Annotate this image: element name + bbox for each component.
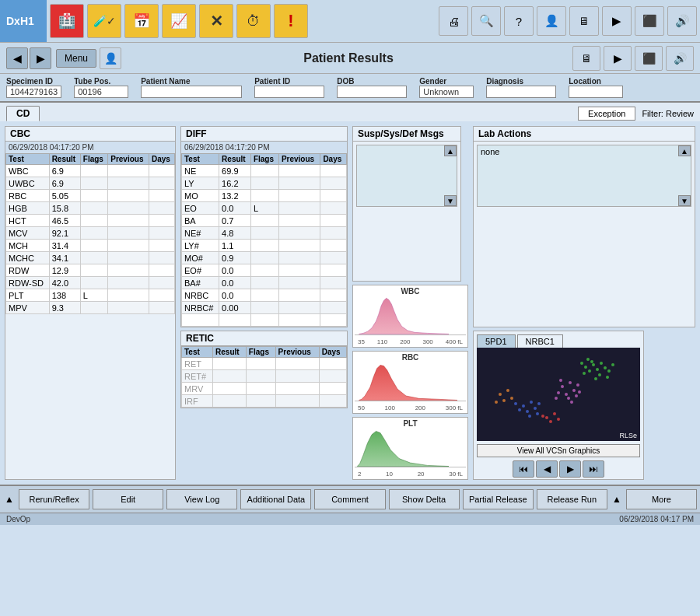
svg-point-28 — [570, 401, 573, 404]
additional-data-btn[interactable]: Additional Data — [240, 489, 311, 509]
gauge-toolbar-btn[interactable]: ⏱ — [236, 4, 271, 38]
view-log-btn[interactable]: View Log — [166, 489, 237, 509]
diff-row: LY16.2 — [182, 177, 347, 190]
susp-scroll-down[interactable]: ▼ — [444, 195, 457, 206]
svg-point-5 — [592, 363, 595, 366]
gender-field: Gender Unknown — [419, 77, 474, 98]
diff-row: NE69.9 — [182, 165, 347, 177]
cbc-table: Test Result Flags Previous Days WBC6.9UW… — [5, 153, 175, 314]
volume-btn[interactable]: 🔊 — [667, 6, 697, 36]
rbc-chart-area — [355, 362, 466, 404]
comment-btn[interactable]: Comment — [314, 489, 385, 509]
diff-title: DIFF — [181, 127, 347, 142]
exception-btn[interactable]: Exception — [578, 107, 635, 121]
user-btn[interactable]: 👤 — [537, 6, 566, 36]
play2-btn[interactable]: ▶ — [604, 46, 632, 71]
wbc-chart-area — [355, 296, 466, 338]
vcs-last-btn[interactable]: ⏭ — [583, 460, 604, 478]
susp-scroll-up[interactable]: ▲ — [444, 145, 457, 156]
release-run-btn[interactable]: Release Run — [537, 489, 607, 509]
play-btn[interactable]: ▶ — [602, 6, 632, 36]
rerun-reflex-btn[interactable]: Rerun/Reflex — [19, 489, 89, 509]
help-btn[interactable]: ? — [504, 6, 534, 36]
svg-point-21 — [565, 393, 568, 396]
diff-col-test: Test — [182, 154, 219, 165]
volume2-btn[interactable]: 🔊 — [666, 46, 694, 71]
diff-panel: DIFF 06/29/2018 04:17:20 PM Test Result … — [180, 126, 348, 327]
lab-scroll-up[interactable]: ▲ — [678, 145, 691, 156]
location-value — [569, 86, 623, 98]
toolbar-icons: 🏥 🧪✓ 📅 📈 ✕ ⏱ ! — [47, 1, 436, 41]
bottom-up-arrow-right[interactable]: ▲ — [609, 488, 625, 511]
svg-point-32 — [530, 401, 533, 404]
show-delta-btn[interactable]: Show Delta — [389, 489, 460, 509]
top-toolbar: DxH1 🏥 🧪✓ 📅 📈 ✕ ⏱ ! 🖨 🔍 ? 👤 🖥 ▶ ⬛ 🔊 — [0, 0, 700, 43]
stop2-btn[interactable]: ⬛ — [635, 46, 663, 71]
chart-toolbar-btn[interactable]: 📈 — [162, 4, 196, 38]
lab-actions-value: none — [478, 145, 691, 158]
view-all-vcs-btn[interactable]: View All VCSn Graphics — [477, 444, 640, 457]
diff-row: EO#0.0 — [182, 264, 347, 277]
alert-toolbar-btn[interactable]: ! — [274, 4, 308, 38]
search-btn[interactable]: 🔍 — [471, 6, 501, 36]
forward-btn[interactable]: ▶ — [30, 47, 51, 69]
vcs-tab-nrbc1[interactable]: NRBC1 — [517, 334, 563, 348]
wbc-chart-svg — [355, 296, 466, 338]
partial-release-btn[interactable]: Partial Release — [463, 489, 534, 509]
vcs-scatter-plot: V — [477, 348, 640, 441]
cancel-toolbar-btn[interactable]: ✕ — [199, 4, 233, 38]
cbc-row: HGB15.8 — [6, 202, 175, 215]
retic-row: IRF — [182, 395, 347, 408]
tube-toolbar-btn[interactable]: 🧪✓ — [87, 4, 121, 38]
more-btn[interactable]: More — [626, 489, 697, 509]
svg-point-19 — [561, 385, 564, 388]
retic-panel: RETIC Test Result Flags Previous Days RE… — [180, 331, 348, 408]
vcs-tab-5pd1[interactable]: 5PD1 — [477, 334, 516, 348]
svg-point-45 — [499, 393, 502, 396]
vcs-first-btn[interactable]: ⏮ — [513, 460, 534, 478]
bottom-up-arrow[interactable]: ▲ — [2, 488, 17, 511]
back-btn[interactable]: ◀ — [6, 47, 28, 69]
cbc-col-test: Test — [6, 154, 50, 165]
vcs-next-btn[interactable]: ▶ — [559, 460, 581, 478]
lab-scroll-down[interactable]: ▼ — [678, 195, 691, 206]
retic-row: MRV — [182, 383, 347, 395]
calendar-toolbar-btn[interactable]: 📅 — [124, 4, 159, 38]
retic-col-previous: Previous — [275, 347, 319, 358]
vcs-prev-btn[interactable]: ◀ — [536, 460, 558, 478]
diff-timestamp: 06/29/2018 04:17:20 PM — [181, 142, 347, 153]
tab-row: CD Exception Filter: Review — [0, 103, 700, 121]
diff-row: EO0.0L — [182, 202, 347, 215]
diff-row: MDW28.24 — [182, 314, 347, 327]
tube-pos-label: Tube Pos. — [74, 77, 128, 86]
monitor-btn[interactable]: 🖥 — [569, 6, 599, 36]
svg-point-22 — [572, 389, 576, 392]
diff-col-flags: Flags — [250, 154, 278, 165]
cbc-col-result: Result — [49, 154, 80, 165]
monitor2-btn[interactable]: 🖥 — [572, 46, 600, 71]
gender-value: Unknown — [419, 86, 474, 98]
susp-panel: Susp/Sys/Def Msgs ▲ ▼ — [352, 126, 461, 282]
tube-pos-value: 00196 — [74, 86, 128, 98]
patient-toolbar-btn[interactable]: 🏥 — [50, 4, 84, 38]
svg-point-23 — [576, 383, 579, 387]
edit-btn[interactable]: Edit — [93, 489, 163, 509]
specimen-id-value: 1044279163 — [6, 86, 61, 98]
menu-btn[interactable]: Menu — [56, 49, 96, 68]
plt-chart-title: PLT — [355, 419, 466, 428]
wbc-chart-box: WBC 35110200 — [352, 285, 468, 348]
rbc-chart-title: RBC — [355, 353, 466, 362]
cbc-row: MCH31.4 — [6, 240, 175, 252]
nav-icon-btn[interactable]: 👤 — [100, 47, 121, 69]
status-left: DevOp — [6, 515, 30, 523]
diff-row: LY#1.1 — [182, 240, 347, 252]
diff-row: MO#0.9 — [182, 252, 347, 264]
svg-point-29 — [578, 390, 581, 394]
rbc-chart-box: RBC 50100200300 fL — [352, 351, 468, 414]
print-btn[interactable]: 🖨 — [439, 6, 468, 36]
cbc-timestamp: 06/29/2018 04:17:20 PM — [5, 142, 175, 153]
patient-id-value — [254, 86, 324, 98]
svg-rect-3 — [477, 348, 632, 437]
stop-btn[interactable]: ⬛ — [635, 6, 664, 36]
cd-tab[interactable]: CD — [6, 106, 40, 121]
